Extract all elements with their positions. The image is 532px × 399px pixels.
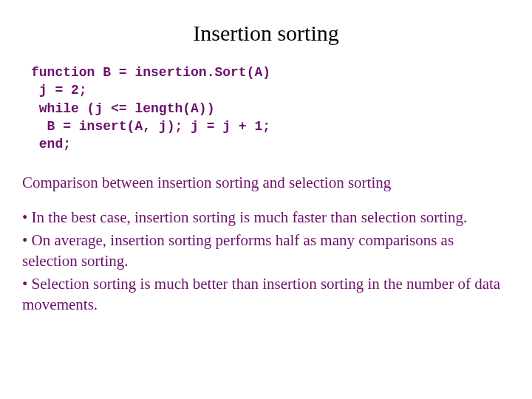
bullet-item: • Selection sorting is much better than … <box>22 273 510 316</box>
slide: Insertion sorting function B = insertion… <box>0 0 532 331</box>
code-line: B = insert(A, j); j = j + 1; <box>31 119 270 134</box>
code-line: end; <box>31 137 71 151</box>
bullet-list: • In the best case, insertion sorting is… <box>22 207 510 315</box>
comparison-heading: Comparison between insertion sorting and… <box>22 174 510 192</box>
code-line: function B = insertion.Sort(A) <box>31 65 270 80</box>
code-line: j = 2; <box>31 83 87 98</box>
code-line: while (j <= length(A)) <box>31 101 214 116</box>
slide-title: Insertion sorting <box>22 21 510 46</box>
code-block: function B = insertion.Sort(A) j = 2; wh… <box>31 64 510 153</box>
bullet-item: • In the best case, insertion sorting is… <box>22 207 510 228</box>
bullet-item: • On average, insertion sorting performs… <box>22 230 510 272</box>
